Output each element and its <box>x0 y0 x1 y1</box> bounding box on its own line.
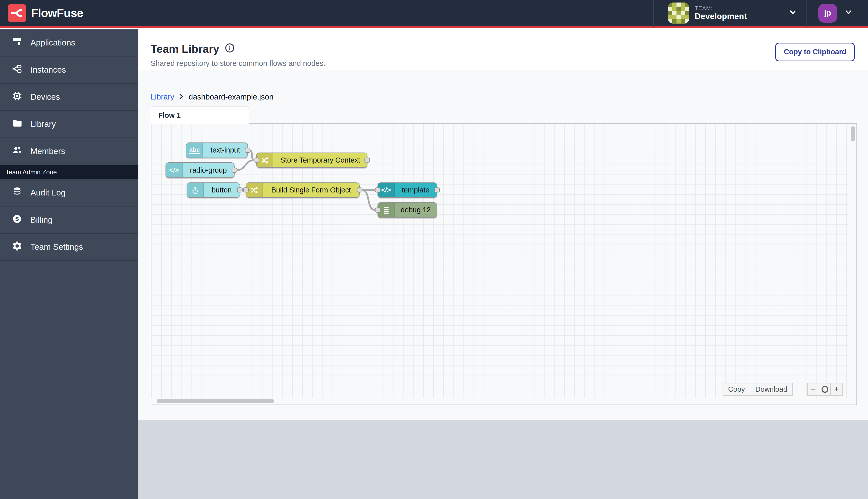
input-port[interactable] <box>254 158 259 163</box>
top-header: FlowFuse <box>0 0 868 28</box>
flow-node-radio-group[interactable]: </> radio-group <box>165 162 235 178</box>
sidebar-item-instances[interactable]: Instances <box>0 57 138 84</box>
sidebar-item-label: Devices <box>30 92 60 102</box>
flow-node-debug-12[interactable]: debug 12 <box>377 202 437 218</box>
copy-flow-button[interactable]: Copy <box>722 383 751 396</box>
canvas-actions: Copy Download <box>722 383 793 396</box>
flow-node-button[interactable]: button <box>187 182 240 198</box>
footer-background <box>138 420 868 499</box>
change-node-icon <box>246 183 263 197</box>
team-avatar <box>668 2 689 24</box>
applications-icon <box>12 36 23 49</box>
flow-node-build-single-form-object[interactable]: Build Single Form Object <box>246 182 360 198</box>
zoom-controls: − + <box>807 383 843 396</box>
zoom-reset-icon <box>821 386 828 392</box>
chevron-down-icon <box>845 8 853 18</box>
vertical-scrollbar[interactable] <box>851 126 855 142</box>
output-port[interactable] <box>434 188 440 193</box>
flow-tab[interactable]: Flow 1 <box>151 107 249 124</box>
output-port[interactable] <box>232 168 237 173</box>
brand-name: FlowFuse <box>31 6 83 20</box>
template-code-icon: </> <box>378 183 395 197</box>
chevron-down-icon <box>789 8 797 18</box>
sidebar-item-devices[interactable]: Devices <box>0 84 138 111</box>
team-label: TEAM: <box>695 5 747 11</box>
page-subtitle: Shared repository to store common flows … <box>151 59 855 68</box>
flow-canvas[interactable]: abc text-input </> radio-group Store Tem… <box>151 123 857 405</box>
page-header: Team Library Shared repository to store … <box>138 29 868 70</box>
flow-tab-label: Flow 1 <box>158 111 181 120</box>
zoom-reset-button[interactable] <box>819 383 831 396</box>
sidebar-item-label: Members <box>30 146 65 156</box>
sidebar-item-label: Applications <box>30 38 75 48</box>
sidebar-item-label: Billing <box>30 215 52 224</box>
sidebar-item-team-settings[interactable]: Team Settings <box>0 234 138 261</box>
dollar-circle-icon: $ <box>12 213 23 227</box>
breadcrumb-current-file: dashboard-example.json <box>189 93 273 101</box>
horizontal-scrollbar[interactable] <box>157 399 274 403</box>
sidebar-item-label: Instances <box>30 65 66 75</box>
sidebar-item-members[interactable]: Members <box>0 138 138 165</box>
wire[interactable] <box>236 160 255 170</box>
main-content: Team Library Shared repository to store … <box>138 29 868 499</box>
breadcrumb-library-link[interactable]: Library <box>151 93 174 101</box>
database-icon <box>12 186 23 199</box>
debug-list-icon <box>378 203 395 217</box>
copy-to-clipboard-button[interactable]: Copy to Clipboard <box>775 43 855 61</box>
user-menu[interactable]: jp <box>807 0 860 26</box>
sidebar: Applications Instances Devices <box>0 29 138 499</box>
instances-icon <box>12 63 23 76</box>
page-title: Team Library <box>151 43 220 55</box>
download-flow-button[interactable]: Download <box>750 383 793 396</box>
zoom-in-button[interactable]: + <box>830 383 842 396</box>
svg-text:$: $ <box>15 216 19 222</box>
sidebar-item-applications[interactable]: Applications <box>0 29 138 57</box>
chevron-right-icon <box>178 93 184 101</box>
sidebar-item-billing[interactable]: $ Billing <box>0 207 138 234</box>
text-input-abc-icon: abc <box>186 143 203 158</box>
breadcrumb: Library dashboard-example.json <box>151 93 868 101</box>
input-port[interactable] <box>375 188 381 193</box>
wire[interactable] <box>361 190 375 210</box>
zoom-out-button[interactable]: − <box>807 383 819 396</box>
devices-icon <box>12 90 23 104</box>
folder-icon <box>12 118 23 131</box>
team-name: Development <box>695 12 747 21</box>
change-node-icon <box>257 153 273 168</box>
info-icon[interactable] <box>225 43 235 55</box>
flowfuse-logo[interactable]: FlowFuse <box>8 4 83 22</box>
flowfuse-logo-icon <box>8 4 26 22</box>
output-port[interactable] <box>237 188 243 193</box>
input-port[interactable] <box>375 208 381 212</box>
user-avatar: jp <box>818 4 837 23</box>
output-port[interactable] <box>245 148 250 153</box>
members-icon <box>12 145 23 158</box>
flow-node-template[interactable]: </> template <box>377 182 437 198</box>
flow-node-store-temporary-context[interactable]: Store Temporary Context <box>256 153 368 168</box>
radio-group-code-icon: </> <box>166 163 183 178</box>
horizontal-scrollbar-track <box>151 398 850 404</box>
sidebar-item-label: Library <box>30 119 56 129</box>
team-admin-zone-header: Team Admin Zone <box>0 165 138 179</box>
hand-pointer-icon <box>187 183 204 197</box>
output-port[interactable] <box>357 188 362 193</box>
sidebar-item-label: Team Settings <box>30 242 83 252</box>
team-selector[interactable]: TEAM: Development <box>654 0 807 26</box>
sidebar-item-library[interactable]: Library <box>0 111 138 138</box>
sidebar-item-audit-log[interactable]: Audit Log <box>0 179 138 207</box>
flow-node-text-input[interactable]: abc text-input <box>186 143 248 158</box>
input-port[interactable] <box>243 188 249 193</box>
output-port[interactable] <box>364 158 370 163</box>
gear-icon <box>12 241 23 254</box>
sidebar-item-label: Audit Log <box>30 188 65 197</box>
vertical-scrollbar-track <box>849 124 856 398</box>
